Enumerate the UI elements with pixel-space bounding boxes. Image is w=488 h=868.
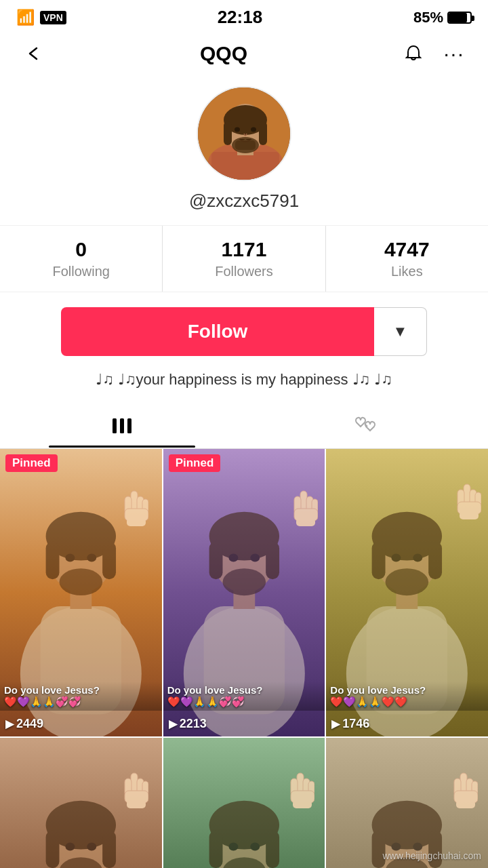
page-title: QQQ [200, 42, 247, 65]
svg-rect-54 [428, 542, 442, 580]
bio-text: ♩♫ ♩♫your happiness is my happiness ♩♫ ♩… [75, 368, 412, 391]
stats-row: 0 Following 1171 Followers 4747 Likes [0, 225, 488, 292]
hand-sticker-icon [454, 483, 481, 526]
video-caption: Do you love Jesus?❤️💜🙏🙏💞💞 [0, 682, 162, 711]
heart-chain-icon [354, 415, 378, 440]
svg-rect-38 [266, 542, 279, 580]
battery-percent: 85% [413, 9, 443, 26]
more-options-icon[interactable]: ··· [439, 39, 469, 68]
stat-following[interactable]: 0 Following [0, 226, 163, 292]
svg-point-23 [65, 553, 75, 561]
svg-rect-21 [46, 542, 60, 580]
svg-rect-69 [46, 831, 60, 868]
svg-rect-79 [127, 800, 146, 808]
svg-point-8 [235, 127, 240, 132]
hand-sticker-icon [287, 772, 314, 815]
svg-rect-6 [224, 121, 232, 145]
svg-point-9 [251, 127, 256, 132]
svg-rect-14 [127, 418, 131, 433]
follow-dropdown-button[interactable]: ▼ [374, 307, 427, 356]
video-cell[interactable]: Do you love Jesus?❤️💜🙏🙏❤️❤️▶1929 [326, 738, 488, 868]
pinned-badge: Pinned [169, 454, 221, 472]
hand-sticker-icon [121, 772, 148, 815]
svg-rect-102 [428, 831, 442, 868]
play-icon: ▶ [331, 717, 340, 730]
svg-point-41 [222, 568, 266, 595]
svg-point-71 [65, 843, 75, 851]
profile-section: @zxczxc5791 0 Following 1171 Followers 4… [0, 75, 488, 391]
notification-bell-icon[interactable] [399, 39, 428, 68]
video-grid: Pinned Do you love Jesus?❤️💜🙏🙏💞💞▶2449 [0, 449, 488, 868]
battery-icon [447, 12, 472, 24]
pinned-badge: Pinned [5, 454, 58, 472]
stat-followers[interactable]: 1171 Followers [163, 226, 325, 292]
svg-rect-37 [209, 542, 222, 580]
view-count: 2213 [180, 717, 207, 731]
video-views: ▶2213 [169, 717, 207, 731]
svg-point-24 [87, 553, 96, 561]
svg-point-39 [228, 553, 238, 561]
svg-point-87 [228, 843, 238, 851]
top-nav: QQQ ··· [0, 32, 488, 75]
grid-icon [111, 416, 133, 439]
video-caption: Do you love Jesus?❤️💜🙏🙏💞💞 [163, 682, 325, 711]
avatar [197, 86, 291, 181]
svg-rect-95 [293, 800, 312, 808]
svg-rect-11 [235, 140, 256, 150]
wifi-icon: 📶 [16, 9, 35, 26]
tab-liked[interactable] [244, 406, 488, 448]
followers-count: 1171 [222, 238, 267, 261]
svg-point-88 [250, 843, 260, 851]
tab-grid[interactable] [0, 407, 244, 448]
video-cell[interactable]: Do you love Jesus?❤️💜🙏🙏❤️❤️▶1271 [0, 738, 162, 868]
svg-point-55 [392, 553, 401, 561]
status-time: 22:18 [218, 7, 263, 28]
follow-button[interactable]: Follow [61, 307, 374, 356]
svg-rect-111 [456, 800, 475, 808]
svg-rect-63 [460, 511, 479, 519]
video-cell[interactable]: Do you love Jesus?❤️💜🙏🙏❤️❤️▶1071 [163, 738, 325, 868]
vpn-badge: VPN [40, 11, 66, 24]
back-button[interactable] [19, 39, 49, 68]
nav-right: ··· [399, 39, 469, 68]
svg-rect-13 [120, 418, 124, 433]
svg-rect-85 [209, 831, 222, 868]
play-icon: ▶ [5, 717, 14, 730]
video-cell[interactable]: Pinned Do you love Jesus?❤️💜🙏🙏💞💞▶2449 [0, 449, 162, 736]
hand-sticker-icon [291, 490, 318, 533]
svg-rect-31 [127, 518, 146, 526]
status-left: 📶 VPN [16, 9, 66, 26]
svg-point-103 [392, 843, 401, 851]
video-views: ▶1746 [331, 717, 369, 731]
video-cell[interactable]: Do you love Jesus?❤️💜🙏🙏❤️❤️▶1746 [326, 449, 488, 736]
avatar-image [198, 87, 290, 180]
follow-row: Follow ▼ [61, 307, 427, 356]
status-right: 85% [413, 9, 472, 26]
svg-point-40 [250, 553, 260, 561]
likes-label: Likes [391, 264, 423, 279]
hand-sticker-icon [121, 490, 148, 533]
svg-rect-101 [372, 831, 386, 868]
video-views: ▶2449 [5, 717, 43, 731]
following-label: Following [52, 264, 109, 279]
svg-rect-12 [113, 418, 117, 433]
play-icon: ▶ [169, 717, 177, 730]
followers-label: Followers [215, 264, 273, 279]
svg-rect-86 [266, 831, 279, 868]
svg-rect-7 [259, 121, 267, 145]
hand-sticker-icon [451, 772, 478, 815]
stat-likes[interactable]: 4747 Likes [326, 226, 488, 292]
video-caption: Do you love Jesus?❤️💜🙏🙏❤️❤️ [326, 682, 488, 711]
tab-bar [0, 406, 488, 449]
status-bar: 📶 VPN 22:18 85% [0, 0, 488, 32]
svg-rect-70 [102, 831, 116, 868]
svg-point-104 [413, 843, 423, 851]
video-cell[interactable]: Pinned Do you love Jesus?❤️💜🙏🙏💞💞▶2213 [163, 449, 325, 736]
svg-point-72 [87, 843, 96, 851]
likes-count: 4747 [384, 238, 430, 261]
svg-point-56 [413, 553, 423, 561]
svg-point-57 [386, 568, 429, 595]
username: @zxczxc5791 [189, 191, 299, 212]
dropdown-arrow-icon: ▼ [393, 323, 408, 340]
following-count: 0 [75, 238, 87, 261]
